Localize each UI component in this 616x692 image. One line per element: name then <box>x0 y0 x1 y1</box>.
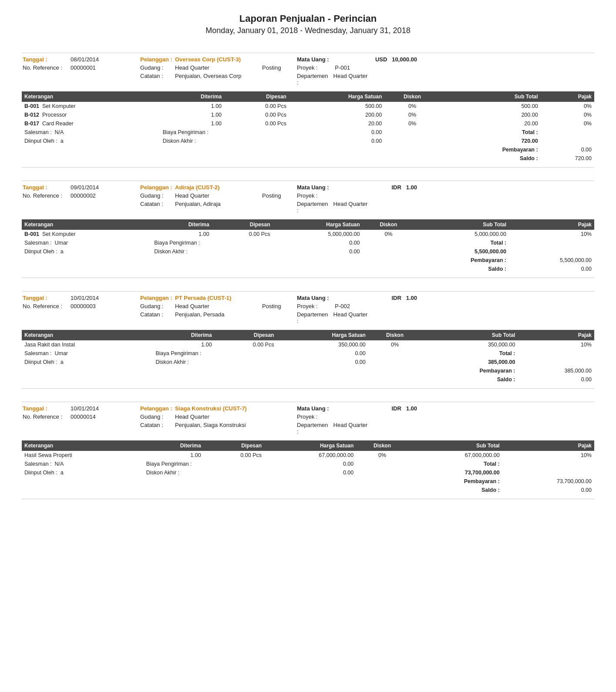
proyek-label: Proyek : <box>296 64 331 71</box>
col-keterangan: Keterangan <box>22 91 160 102</box>
table-row: B-017 Card Reader 1.00 0.00 Pcs 20.00 0%… <box>22 119 594 128</box>
item-diterima: 1.00 <box>151 230 212 239</box>
departemen-value: Head Quarter <box>331 72 418 80</box>
tanggal-value: 10/01/2014 <box>70 294 139 302</box>
salesman-label: Salesman : N/A <box>24 129 64 135</box>
table-body: Hasil Sewa Properti 1.00 0.00 Pcs 67,000… <box>22 451 594 494</box>
table-row: B-001 Set Komputer 1.00 0.00 Pcs 500.00 … <box>22 102 594 111</box>
total-label-cell: Total : <box>408 460 502 468</box>
col-dipesan: Dipesan <box>204 440 264 451</box>
pembayaran-label-cell: Pembayaran : <box>414 256 509 265</box>
posting-value <box>261 413 296 414</box>
item-dipesan: 0.00 Pcs <box>224 119 289 128</box>
col-keterangan: Keterangan <box>22 219 151 230</box>
col-dipesan: Dipesan <box>224 91 289 102</box>
col-keterangan: Keterangan <box>22 330 153 340</box>
detail-table: Keterangan Diterima Dipesan Harga Satuan… <box>22 219 594 273</box>
col-harga-satuan: Harga Satuan <box>276 330 368 340</box>
transaction-header: Tanggal : 09/01/2014 Pelanggan : Adiraja… <box>22 181 594 217</box>
departemen-value: Head Quarter <box>331 421 418 429</box>
diinput-label: Diinput Oleh : a <box>24 359 64 365</box>
saldo-label-cell: Saldo : <box>421 375 518 384</box>
total-value-cell: 385,000.00 <box>421 358 518 366</box>
catatan-value: Penjualan, Persada <box>174 311 261 318</box>
diskon-akhir-val-cell: 0.00 <box>289 137 384 145</box>
item-pajak: 10% <box>518 340 594 349</box>
item-pajak: 0% <box>541 119 594 128</box>
diskon-akhir-val-cell: 0.00 <box>276 358 368 366</box>
posting-value: Posting <box>261 64 296 71</box>
item-diskon: 0% <box>362 230 414 239</box>
item-keterangan: B-001 Set Komputer <box>22 102 160 111</box>
item-harga-satuan: 67,000,000.00 <box>264 451 356 460</box>
item-keterangan: Hasil Sewa Properti <box>22 451 144 460</box>
diskon-akhir-label-cell: Diskon Akhir : <box>160 137 289 145</box>
no-ref-label: No. Reference : <box>22 302 70 310</box>
gudang-value: Head Quarter <box>174 192 261 199</box>
summary-mid-row: Diinput Oleh : a Diskon Akhir : 0.00 385… <box>22 358 594 366</box>
spacer-cell5 <box>368 375 421 384</box>
saldo-label-cell: Saldo : <box>414 265 509 273</box>
total-label-cell: Total : <box>440 128 541 137</box>
catatan-value: Penjualan, Siaga Konstruksi <box>174 421 261 429</box>
col-diterima: Diterima <box>151 219 212 230</box>
pembayaran-label-cell: Pembayaran : <box>440 145 541 154</box>
item-diskon: 0% <box>356 451 408 460</box>
proyek-value: P-002 <box>331 302 418 310</box>
item-diterima: 1.00 <box>160 119 224 128</box>
mata-uang-value: IDR 1.00 <box>331 184 418 191</box>
mata-uang-label: Mata Uang : <box>296 405 331 412</box>
spacer-cell4 <box>368 366 421 375</box>
col-sub-total: Sub Total <box>440 91 541 102</box>
total-value-cell: 73,700,000.00 <box>408 468 502 477</box>
departemen-label: Departemen : <box>296 311 331 325</box>
biaya-pengiriman-label-cell: Biaya Pengiriman : <box>151 239 273 247</box>
empty-cell <box>22 366 368 375</box>
summary-pembayaran-row: Pembayaran : 5,500,000.00 <box>22 256 594 265</box>
salesman-label: Salesman : Umar <box>24 350 68 356</box>
col-harga-satuan: Harga Satuan <box>289 91 384 102</box>
spacer-cell3 <box>541 137 594 145</box>
spacer3 <box>70 72 139 73</box>
pelanggan-value: PT Persada (CUST-1) <box>174 294 261 302</box>
spacer2 <box>22 311 70 312</box>
col-diterima: Diterima <box>160 91 224 102</box>
transactions-container: Tanggal : 08/01/2014 Pelanggan : Oversea… <box>22 53 594 499</box>
saldo-val-cell: 0.00 <box>509 265 594 273</box>
pelanggan-label: Pelanggan : <box>139 405 174 412</box>
diskon-akhir-val-cell: 0.00 <box>273 247 362 256</box>
diinput-label: Diinput Oleh : a <box>24 249 64 255</box>
spacer4 <box>261 200 296 201</box>
catatan-label: Catatan : <box>139 72 174 80</box>
mata-uang-label: Mata Uang : <box>296 184 331 191</box>
departemen-value: Head Quarter <box>331 311 418 318</box>
summary-top-row: Salesman : N/A Biaya Pengiriman : 0.00 T… <box>22 460 594 468</box>
item-sub-total: 500.00 <box>440 102 541 111</box>
summary-top-row: Salesman : Umar Biaya Pengiriman : 0.00 … <box>22 349 594 358</box>
item-dipesan: 0.00 Pcs <box>204 451 264 460</box>
transaction-header: Tanggal : 10/01/2014 Pelanggan : Siaga K… <box>22 402 594 438</box>
col-pajak: Pajak <box>502 440 594 451</box>
spacer4 <box>261 72 296 73</box>
summary-mid-row: Diinput Oleh : a Diskon Akhir : 0.00 5,5… <box>22 247 594 256</box>
spacer-cell5 <box>356 486 408 494</box>
col-dipesan: Dipesan <box>215 330 277 340</box>
table-header-row: Keterangan Diterima Dipesan Harga Satuan… <box>22 91 594 102</box>
item-diskon: 0% <box>384 119 440 128</box>
item-pajak: 10% <box>502 451 594 460</box>
pembayaran-val-cell: 385,000.00 <box>518 366 594 375</box>
spacer-cell2 <box>368 358 421 366</box>
total-label-cell: Total : <box>414 239 509 247</box>
empty-cell <box>22 145 384 154</box>
salesman-label: Salesman : Umar <box>24 240 68 246</box>
catatan-value: Penjualan, Overseas Corp <box>174 72 261 80</box>
col-sub-total: Sub Total <box>421 330 518 340</box>
col-diskon: Diskon <box>384 91 440 102</box>
col-pajak: Pajak <box>518 330 594 340</box>
tanggal-label: Tanggal : <box>22 56 70 63</box>
spacer-cell3 <box>518 358 594 366</box>
gudang-label: Gudang : <box>139 64 174 71</box>
diinput-label: Diinput Oleh : a <box>24 470 64 476</box>
catatan-label: Catatan : <box>139 311 174 318</box>
table-body: Jasa Rakit dan Instal 1.00 0.00 Pcs 350,… <box>22 340 594 384</box>
